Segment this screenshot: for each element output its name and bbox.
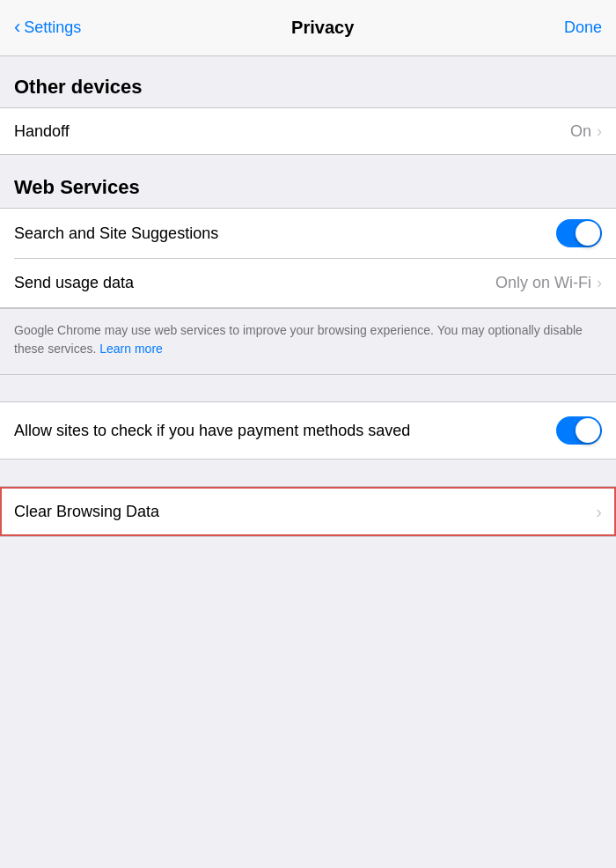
description-text: Google Chrome may use web services to im… [14,323,583,356]
clear-browsing-label: Clear Browsing Data [14,503,159,521]
payment-methods-group: Allow sites to check if you have payment… [0,401,616,460]
web-services-title: Web Services [14,176,140,198]
send-usage-value: Only on Wi-Fi [495,274,591,292]
search-suggestions-row[interactable]: Search and Site Suggestions [0,209,616,258]
handoff-row[interactable]: Handoff On › [0,108,616,154]
send-usage-row[interactable]: Send usage data Only on Wi-Fi › [0,258,616,307]
handoff-label: Handoff [14,122,570,141]
handoff-chevron-icon: › [597,122,602,141]
web-services-group: Search and Site Suggestions Send usage d… [0,208,616,308]
navigation-bar: ‹ Settings Privacy Done [0,0,616,56]
search-suggestions-toggle[interactable] [556,219,602,247]
back-label: Settings [24,18,81,37]
chevron-left-icon: ‹ [14,18,20,37]
send-usage-value-container: Only on Wi-Fi › [495,274,602,292]
web-services-section-header: Web Services [0,155,616,208]
payment-methods-label: Allow sites to check if you have payment… [14,420,556,441]
other-devices-title: Other devices [14,76,143,98]
search-suggestions-label: Search and Site Suggestions [14,224,556,243]
done-button[interactable]: Done [564,18,602,37]
handoff-value: On [570,122,591,141]
clear-browsing-row[interactable]: Clear Browsing Data › [0,487,616,536]
send-usage-chevron-icon: › [597,274,602,292]
web-services-description: Google Chrome may use web services to im… [0,308,616,375]
clear-browsing-group: Clear Browsing Data › [0,486,616,537]
back-button[interactable]: ‹ Settings [14,18,81,37]
page-title: Privacy [291,18,354,38]
spacer-2 [0,460,616,486]
other-devices-section-header: Other devices [0,56,616,107]
toggle-knob [576,221,600,246]
other-devices-group: Handoff On › [0,107,616,155]
handoff-value-container: On › [570,122,602,141]
spacer-1 [0,375,616,401]
toggle-knob-payment [576,418,600,443]
send-usage-label: Send usage data [14,274,495,292]
clear-browsing-chevron-icon: › [596,502,602,522]
learn-more-link[interactable]: Learn more [99,342,163,356]
payment-methods-row[interactable]: Allow sites to check if you have payment… [0,402,616,459]
payment-methods-toggle[interactable] [556,416,602,445]
